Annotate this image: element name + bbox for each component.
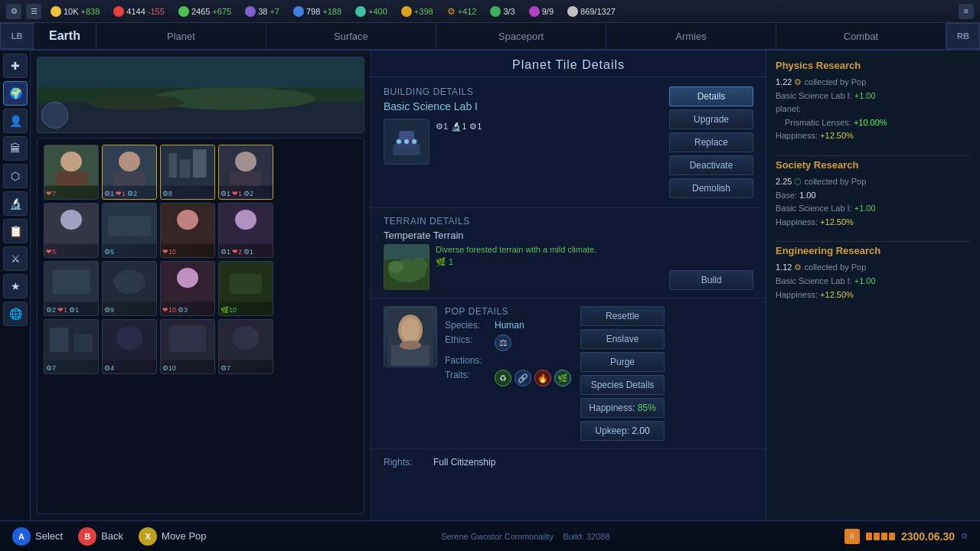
tile-1-3[interactable]: ⚙8: [160, 145, 215, 200]
tiles-row-1: ❤7 ⚙1 ❤1 ⚙2: [44, 145, 358, 200]
panel-title: Planet Tile Details: [371, 51, 766, 77]
resettle-button[interactable]: Resettle: [580, 306, 665, 326]
sidebar-pop-icon[interactable]: 👤: [3, 109, 28, 133]
demolish-button[interactable]: Demolish: [669, 178, 753, 198]
tile-3-1[interactable]: ⚙2 ❤1 ⚙1: [44, 261, 99, 316]
svg-rect-10: [113, 171, 145, 185]
deactivate-button[interactable]: Deactivate: [669, 155, 753, 175]
tab-surface[interactable]: Surface: [266, 23, 436, 49]
tab-combat[interactable]: Combat: [776, 23, 946, 49]
sidebar-planet-icon[interactable]: 🌍: [3, 81, 28, 106]
influence-icon: [529, 6, 540, 17]
tile-1-2[interactable]: ⚙1 ❤1 ⚙2: [102, 145, 157, 200]
back-control[interactable]: B Back: [78, 527, 123, 546]
build-button[interactable]: Build: [669, 270, 753, 290]
sidebar-faction-icon[interactable]: 🌐: [3, 302, 28, 326]
energy-resource: 10K +838: [46, 5, 104, 18]
speed-dot-2: [874, 533, 880, 540]
pause-icon[interactable]: ⏸: [844, 529, 860, 544]
tab-rb[interactable]: RB: [946, 23, 980, 49]
tile-4-2[interactable]: ⚙4: [102, 319, 157, 374]
enslave-button[interactable]: Enslave: [580, 329, 665, 349]
a-button-icon: A: [12, 527, 31, 546]
purge-button[interactable]: Purge: [580, 352, 665, 372]
tile-3-3[interactable]: ❤10 ⚙3: [160, 261, 215, 316]
pop-factions-row: Factions:: [445, 355, 571, 366]
terrain-section: Terrain Details Temperate Terrain Div: [371, 208, 766, 298]
settings-icon[interactable]: ≡: [959, 4, 974, 19]
svg-rect-33: [230, 274, 262, 294]
influence-resource: 9/9: [524, 5, 558, 18]
svg-point-59: [400, 341, 421, 350]
tab-armies[interactable]: Armies: [606, 23, 776, 49]
tile-2-2[interactable]: ⚙5: [102, 203, 157, 258]
tile-2-3[interactable]: ❤10: [160, 203, 215, 258]
tile-4-4[interactable]: ⚙7: [218, 319, 273, 374]
unity-icon: [401, 6, 412, 17]
tile-r3c1: [44, 262, 98, 302]
sidebar-military-icon[interactable]: ⚔: [3, 246, 28, 271]
tile-r4c1: [44, 320, 98, 360]
tab-lb[interactable]: LB: [0, 23, 34, 49]
svg-point-57: [401, 318, 420, 342]
sidebar-network-icon[interactable]: ⬡: [3, 164, 28, 188]
tile-4-3-icons: ⚙10: [162, 364, 213, 372]
pop-section-title: Pop Details: [445, 306, 571, 317]
tile-4-1[interactable]: ⚙7: [44, 319, 99, 374]
tile-2-1[interactable]: ❤5: [44, 203, 99, 258]
physics-research-section: Physics Research 1.22 ⚙ collected by Pop…: [776, 60, 971, 143]
tile-1-4[interactable]: ⚙1 ❤1 ⚙2: [218, 145, 273, 200]
tile-2-4[interactable]: ⚙1 ❤2 ⚙1: [218, 203, 273, 258]
svg-rect-14: [193, 149, 207, 178]
svg-rect-35: [50, 328, 69, 353]
svg-rect-7: [55, 171, 87, 185]
terrain-section-title: Terrain Details: [384, 216, 660, 227]
species-details-button[interactable]: Species Details: [580, 375, 665, 395]
tab-planet[interactable]: Planet: [96, 23, 266, 49]
building-stats-row: ⚙1 🔬1 ⚙1: [436, 122, 482, 132]
menu-icon[interactable]: ⚙: [6, 4, 21, 19]
main-area: ❤7 ⚙1 ❤1 ⚙2: [31, 51, 980, 520]
details-button[interactable]: Details: [669, 86, 753, 106]
upkeep-button[interactable]: Upkeep: 2.00: [580, 421, 665, 441]
map-icon[interactable]: ☰: [26, 4, 41, 19]
sidebar-building-icon[interactable]: 🏛: [3, 136, 28, 161]
svg-point-6: [60, 152, 82, 171]
ethics-label: Ethics:: [445, 334, 495, 345]
replace-button[interactable]: Replace: [669, 132, 753, 152]
svg-point-25: [235, 210, 256, 230]
society-base-line: Base: 1.00: [776, 189, 971, 203]
speed-dot-1: [866, 533, 872, 540]
upgrade-button[interactable]: Upgrade: [669, 109, 753, 129]
rights-section: Rights: Full Citizenship: [371, 449, 766, 479]
tile-4-3[interactable]: ⚙10: [160, 319, 215, 374]
sidebar-star-icon[interactable]: ★: [3, 274, 28, 298]
sidebar-policy-icon[interactable]: 📋: [3, 219, 28, 243]
select-label: Select: [35, 530, 63, 542]
tile-r3c2: [103, 262, 156, 302]
building-section: Building Details Basic Science Lab I: [371, 77, 766, 208]
tab-spaceport[interactable]: Spaceport: [436, 23, 606, 49]
speed-dot-4: [889, 533, 895, 540]
select-control[interactable]: A Select: [12, 527, 63, 546]
building-buttons: Details Upgrade Replace Deactivate Demol…: [669, 86, 753, 198]
tabs-bar: LB Earth Planet Surface Spaceport Armies…: [0, 23, 980, 51]
tile-3-2[interactable]: ⚙9: [102, 261, 157, 316]
pop-info: Pop Details Species: Human Ethics: ⚖ Fac…: [445, 306, 571, 441]
tile-1-1[interactable]: ❤7: [44, 145, 99, 200]
left-panel: ❤7 ⚙1 ❤1 ⚙2: [31, 51, 371, 520]
tile-3-4[interactable]: 🌿10: [218, 261, 273, 316]
move-pop-control[interactable]: X Move Pop: [139, 527, 207, 546]
svg-point-31: [177, 268, 198, 288]
terrain-desc-area: Diverse forested terrain with a mild cli…: [436, 244, 596, 267]
trait-icon-2: 🔗: [514, 370, 531, 386]
happiness-button[interactable]: Happiness: 85%: [580, 398, 665, 418]
planet-name-tab: Earth: [34, 23, 96, 49]
tile-r2c2: [103, 204, 156, 244]
tile-r4c3: [161, 320, 214, 360]
sidebar-add-icon[interactable]: ✚: [3, 54, 28, 78]
svg-point-52: [388, 261, 403, 273]
sidebar-science-icon[interactable]: 🔬: [3, 191, 28, 216]
svg-point-19: [60, 210, 82, 230]
top-bar-right-icons: ≡: [959, 4, 974, 19]
